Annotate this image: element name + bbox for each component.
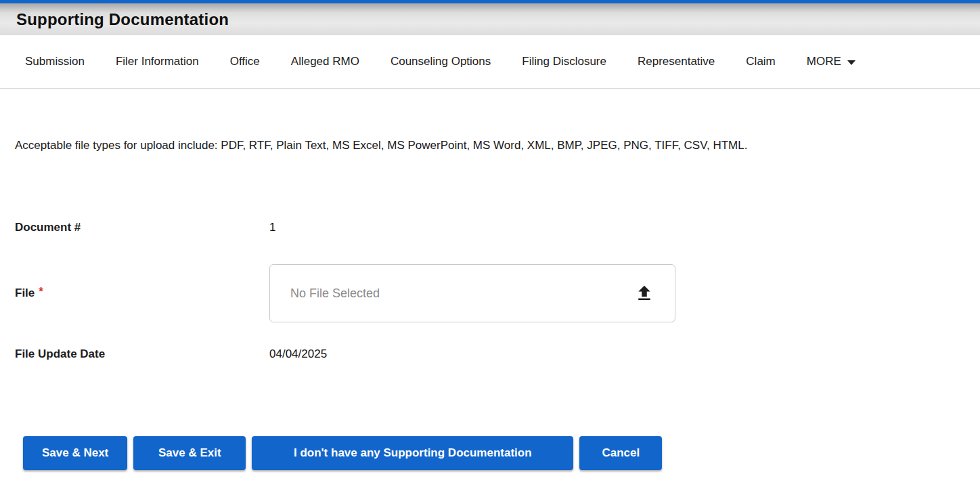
tab-claim[interactable]: Claim bbox=[746, 55, 775, 68]
tab-filing-disclosure[interactable]: Filing Disclosure bbox=[522, 55, 606, 68]
document-number-row: Document # 1 bbox=[15, 221, 965, 234]
section-tab-bar: Submission Filer Information Office Alle… bbox=[0, 35, 980, 89]
tab-representative[interactable]: Representative bbox=[638, 55, 715, 68]
tab-office-label: Office bbox=[230, 55, 260, 68]
no-supporting-documentation-button[interactable]: I don't have any Supporting Documentatio… bbox=[252, 436, 573, 470]
file-update-date-row: File Update Date 04/04/2025 bbox=[15, 347, 965, 361]
tab-claim-label: Claim bbox=[746, 55, 775, 68]
action-button-row: Save & Next Save & Exit I don't have any… bbox=[23, 436, 965, 470]
page-header: Supporting Documentation bbox=[0, 3, 980, 35]
chevron-down-icon bbox=[847, 60, 855, 65]
tab-office[interactable]: Office bbox=[230, 55, 260, 68]
document-number-label: Document # bbox=[15, 221, 269, 234]
tab-more-label: MORE bbox=[807, 55, 841, 68]
required-asterisk: * bbox=[39, 285, 43, 298]
tab-alleged-rmo-label: Alleged RMO bbox=[291, 55, 359, 68]
tab-filer-information[interactable]: Filer Information bbox=[116, 55, 199, 68]
file-label-text: File bbox=[15, 286, 35, 299]
file-upload-placeholder: No File Selected bbox=[290, 286, 380, 301]
save-exit-button[interactable]: Save & Exit bbox=[133, 436, 246, 470]
tab-filer-information-label: Filer Information bbox=[116, 55, 199, 68]
supporting-documentation-page: Supporting Documentation Submission File… bbox=[0, 0, 980, 489]
file-row: File* No File Selected bbox=[15, 264, 965, 322]
upload-icon[interactable] bbox=[634, 283, 654, 303]
page-title: Supporting Documentation bbox=[16, 10, 229, 29]
form-content: Acceptable file types for upload include… bbox=[0, 137, 980, 470]
file-label: File* bbox=[15, 286, 269, 300]
tab-alleged-rmo[interactable]: Alleged RMO bbox=[291, 55, 359, 68]
save-next-button[interactable]: Save & Next bbox=[23, 436, 127, 470]
tab-representative-label: Representative bbox=[638, 55, 715, 68]
tab-counseling-options-label: Counseling Options bbox=[391, 55, 491, 68]
acceptable-file-types-text: Acceptable file types for upload include… bbox=[15, 137, 965, 154]
tab-filing-disclosure-label: Filing Disclosure bbox=[522, 55, 606, 68]
file-upload-input[interactable]: No File Selected bbox=[269, 264, 675, 322]
tab-counseling-options[interactable]: Counseling Options bbox=[391, 55, 491, 68]
file-update-date-label: File Update Date bbox=[15, 347, 269, 361]
tab-more[interactable]: MORE bbox=[807, 55, 855, 68]
cancel-button[interactable]: Cancel bbox=[579, 436, 662, 470]
file-update-date-value: 04/04/2025 bbox=[269, 347, 327, 361]
document-number-value: 1 bbox=[269, 221, 275, 234]
tab-submission-label: Submission bbox=[25, 55, 85, 68]
tab-submission[interactable]: Submission bbox=[25, 55, 85, 68]
